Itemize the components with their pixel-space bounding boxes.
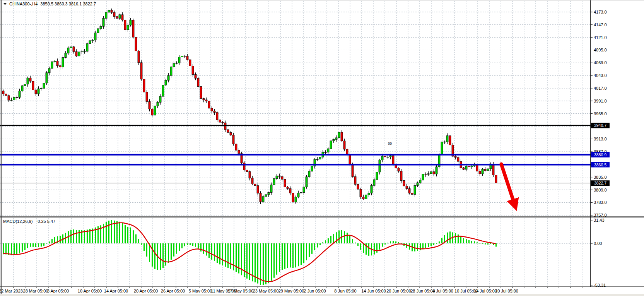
candle-body-bull <box>487 169 489 171</box>
candle-body-bull <box>482 169 483 174</box>
price-tick-label: 3809.0 <box>594 188 607 192</box>
candle-body-bear <box>349 155 351 164</box>
candle-body-bull <box>422 174 424 180</box>
candle-body-bull <box>84 51 85 52</box>
candle-body-bull <box>154 106 156 115</box>
time-tick-label: 2 Jun 05:00 <box>304 289 326 293</box>
window-left-border-inner <box>1 0 2 294</box>
time-tick-label: 14 Jun 05:00 <box>361 289 386 293</box>
candle-body-bull <box>308 171 310 177</box>
price-level-badge-label: 3880.9 <box>594 152 606 157</box>
candle-body-bear <box>214 111 215 113</box>
candle-body-bear <box>224 123 226 130</box>
candle-body-bull <box>78 52 80 56</box>
time-axis: 22 Mar 202328 Mar 05:003 Apr 05:0010 Apr… <box>0 287 582 293</box>
price-level-line[interactable] <box>0 183 591 183</box>
candle-body-bull <box>127 25 129 30</box>
candle-body-bull <box>295 197 297 202</box>
candle-body-bear <box>457 157 459 161</box>
candle-body-bear <box>35 90 37 94</box>
candle-body-bull <box>444 142 446 142</box>
candle-body-bear <box>216 113 218 120</box>
price-level-badge-label: 3822.7 <box>594 181 606 185</box>
time-tick-label: 20 Jun 05:00 <box>386 289 411 293</box>
candle-body-bear <box>238 150 240 153</box>
candle-body-bear <box>254 184 256 185</box>
candle-body-bull <box>105 12 107 19</box>
candle-body-bear <box>124 20 126 30</box>
window-top-border <box>0 0 644 0</box>
candle-body-bull <box>376 172 378 180</box>
candle-body-bull <box>300 192 302 193</box>
candle-body-bear <box>197 78 199 86</box>
candle-body-bull <box>471 166 473 167</box>
candle-body-bear <box>260 193 261 202</box>
candle-body-bear <box>492 164 494 175</box>
candle-body-bull <box>97 29 99 33</box>
candle-body-bull <box>436 167 437 174</box>
main-pane-surface[interactable] <box>0 1 591 216</box>
candle-body-bull <box>441 142 443 155</box>
candle-body-bear <box>132 20 134 37</box>
candle-body-bear <box>16 97 18 98</box>
candle-body-bull <box>387 157 389 157</box>
price-tick-label: 3913.0 <box>594 137 607 141</box>
candle-body-bull <box>10 100 12 100</box>
symbol-dropdown-icon[interactable] <box>3 3 7 5</box>
macd-tick-label: 0.00 <box>594 241 602 246</box>
time-tick-label: 4 Jul 05:00 <box>432 289 453 293</box>
candle-body-bear <box>195 75 196 79</box>
candle-body-bear <box>249 172 251 178</box>
candle-body-bull <box>167 75 169 80</box>
candle-body-bear <box>135 37 137 51</box>
candle-body-bear <box>343 141 345 149</box>
candle-body-bear <box>149 101 150 109</box>
candle-body-bear <box>360 189 362 197</box>
candle-body-bear <box>281 176 283 179</box>
candle-body-bear <box>208 101 210 108</box>
price-tick-label: 3835.0 <box>594 175 607 180</box>
price-level-line[interactable] <box>0 125 591 126</box>
candle-body-bear <box>59 66 61 67</box>
candle-body-bull <box>92 40 94 41</box>
candle-body-bull <box>94 33 96 40</box>
candle-body-bull <box>70 47 72 48</box>
candle-body-bull <box>311 166 313 171</box>
candle-body-bear <box>468 166 470 167</box>
candle-body-bear <box>203 99 205 100</box>
candle-body-bear <box>479 171 481 174</box>
time-tick-label: 20 Apr 05:00 <box>134 289 158 293</box>
candle-body-bear <box>116 17 118 19</box>
candle-body-bull <box>365 195 367 199</box>
candle-body-bear <box>32 81 34 90</box>
price-level-line[interactable] <box>0 154 591 156</box>
candle-body-bull <box>303 187 305 192</box>
candle-body-bull <box>38 89 39 94</box>
price-tick-label: 4069.0 <box>594 60 607 65</box>
candle-body-bull <box>27 78 29 84</box>
price-tick-label: 4121.0 <box>594 35 607 40</box>
window-left-border <box>0 0 0 294</box>
candle-body-bear <box>425 174 427 175</box>
candle-body-bear <box>140 63 142 79</box>
symbol-period-label: CHINA300-,H4 <box>9 2 38 6</box>
candle-body-bull <box>270 185 272 193</box>
macd-tick-label: -53.31 <box>594 283 606 287</box>
candle-body-bear <box>146 92 148 101</box>
price-tick-label: 4095.0 <box>594 48 607 52</box>
price-level-badge-label: 3940.7 <box>594 123 606 128</box>
candle-body-bear <box>406 186 408 189</box>
candle-body-bear <box>257 186 259 193</box>
time-tick-label: 28 Mar 05:00 <box>23 289 48 293</box>
candle-body-bull <box>108 10 110 12</box>
candle-body-bull <box>381 156 383 160</box>
candle-body-bear <box>484 169 486 171</box>
candle-body-bear <box>222 122 224 123</box>
candle-body-bear <box>278 176 280 176</box>
candle-body-bear <box>189 60 191 66</box>
candle-body-bull <box>40 88 42 89</box>
time-tick-label: 14 Jul 05:00 <box>474 289 497 293</box>
time-tick-label: 3 Apr 05:00 <box>47 289 69 293</box>
macd-tick-label: 31.43 <box>594 218 605 222</box>
price-level-badge-label: 3860.5 <box>594 163 606 167</box>
